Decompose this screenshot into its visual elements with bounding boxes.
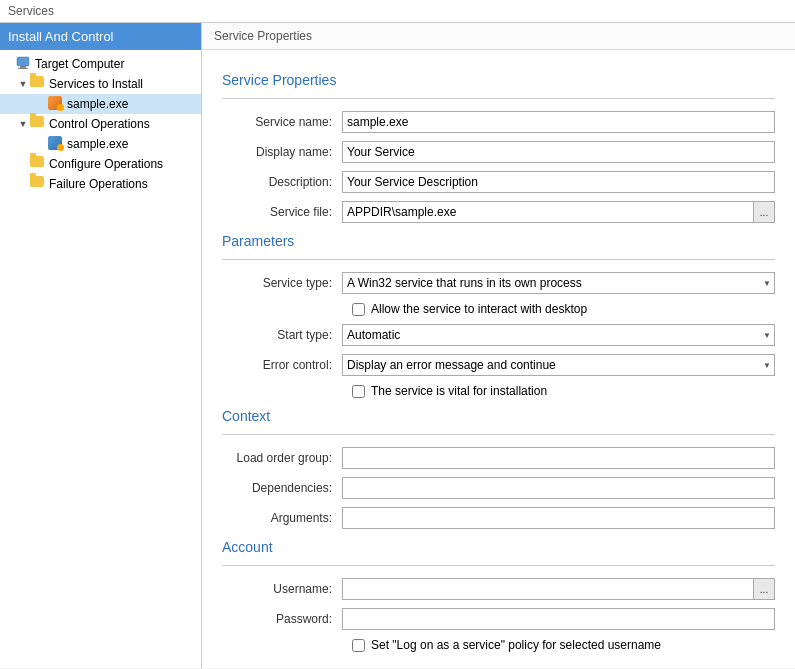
- interact-checkbox-label: Allow the service to interact with deskt…: [371, 302, 587, 316]
- title-bar: Services: [0, 0, 795, 23]
- chevron-expanded-icon: ▼: [18, 79, 28, 89]
- chevron-expanded-icon-2: ▼: [18, 119, 28, 129]
- username-label: Username:: [222, 582, 342, 596]
- sidebar-label-sample-exe-1: sample.exe: [67, 97, 128, 111]
- sidebar-item-services-to-install[interactable]: ▼ Services to Install: [0, 74, 201, 94]
- description-label: Description:: [222, 175, 342, 189]
- arguments-row: Arguments:: [222, 507, 775, 529]
- arguments-input[interactable]: [342, 507, 775, 529]
- spacer-icon-3: [18, 159, 28, 169]
- service-properties-title: Service Properties: [222, 72, 775, 88]
- account-title: Account: [222, 539, 775, 555]
- password-label: Password:: [222, 612, 342, 626]
- service-file-input[interactable]: [342, 201, 753, 223]
- sidebar-label-control-operations: Control Operations: [49, 117, 150, 131]
- folder-configure-icon: [30, 156, 46, 172]
- sidebar-item-failure-operations[interactable]: Failure Operations: [0, 174, 201, 194]
- context-title: Context: [222, 408, 775, 424]
- username-input[interactable]: [342, 578, 753, 600]
- load-order-group-input[interactable]: [342, 447, 775, 469]
- service-file-browse-button[interactable]: ...: [753, 201, 775, 223]
- computer-icon: [16, 56, 32, 72]
- error-control-row: Error control: Display an error message …: [222, 354, 775, 376]
- sidebar-item-configure-operations[interactable]: Configure Operations: [0, 154, 201, 174]
- interact-checkbox[interactable]: [352, 303, 365, 316]
- left-panel-header: Install And Control: [0, 23, 201, 50]
- logon-checkbox-label: Set "Log on as a service" policy for sel…: [371, 638, 661, 652]
- divider-4: [222, 565, 775, 566]
- folder-failure-icon: [30, 176, 46, 192]
- parameters-title: Parameters: [222, 233, 775, 249]
- vital-checkbox[interactable]: [352, 385, 365, 398]
- sidebar-item-sample-exe-2[interactable]: sample.exe: [0, 134, 201, 154]
- error-control-select-wrapper: Display an error message and continue ▼: [342, 354, 775, 376]
- interact-checkbox-row: Allow the service to interact with deskt…: [222, 302, 775, 316]
- sidebar-item-target-computer[interactable]: Target Computer: [0, 54, 201, 74]
- sidebar-label-failure-operations: Failure Operations: [49, 177, 148, 191]
- username-browse-button[interactable]: ...: [753, 578, 775, 600]
- svg-rect-1: [20, 66, 26, 68]
- username-row: Username: ...: [222, 578, 775, 600]
- sidebar-label-services-to-install: Services to Install: [49, 77, 143, 91]
- vital-checkbox-label: The service is vital for installation: [371, 384, 547, 398]
- description-row: Description:: [222, 171, 775, 193]
- service-type-select-wrapper: A Win32 service that runs in its own pro…: [342, 272, 775, 294]
- arguments-label: Arguments:: [222, 511, 342, 525]
- error-control-select[interactable]: Display an error message and continue: [342, 354, 775, 376]
- divider-2: [222, 259, 775, 260]
- spacer-icon-2: [36, 139, 46, 149]
- service-type-label: Service type:: [222, 276, 342, 290]
- folder-services-icon: [30, 76, 46, 92]
- exe-icon-1: [48, 96, 64, 112]
- context-section: Context Load order group: Dependencies: …: [222, 408, 775, 529]
- display-name-input[interactable]: [342, 141, 775, 163]
- sidebar-label-configure-operations: Configure Operations: [49, 157, 163, 171]
- load-order-group-label: Load order group:: [222, 451, 342, 465]
- start-type-row: Start type: Automatic ▼: [222, 324, 775, 346]
- password-input[interactable]: [342, 608, 775, 630]
- service-name-input[interactable]: [342, 111, 775, 133]
- password-row: Password:: [222, 608, 775, 630]
- service-file-label: Service file:: [222, 205, 342, 219]
- description-input[interactable]: [342, 171, 775, 193]
- service-properties-section: Service Properties Service name: Display…: [222, 72, 775, 223]
- right-panel-header: Service Properties: [202, 23, 795, 50]
- service-name-label: Service name:: [222, 115, 342, 129]
- dependencies-row: Dependencies:: [222, 477, 775, 499]
- right-panel: Service Properties Service Properties Se…: [202, 23, 795, 668]
- service-type-row: Service type: A Win32 service that runs …: [222, 272, 775, 294]
- folder-control-icon: [30, 116, 46, 132]
- main-container: Install And Control Target Computer ▼: [0, 23, 795, 668]
- sidebar-item-control-operations[interactable]: ▼ Control Operations: [0, 114, 201, 134]
- username-input-group: ...: [342, 578, 775, 600]
- sidebar-label-sample-exe-2: sample.exe: [67, 137, 128, 151]
- window-title: Services: [8, 4, 54, 18]
- load-order-group-row: Load order group:: [222, 447, 775, 469]
- display-name-label: Display name:: [222, 145, 342, 159]
- spacer-icon: [36, 99, 46, 109]
- start-type-select-wrapper: Automatic ▼: [342, 324, 775, 346]
- logon-checkbox[interactable]: [352, 639, 365, 652]
- exe-icon-2: [48, 136, 64, 152]
- dependencies-input[interactable]: [342, 477, 775, 499]
- parameters-section: Parameters Service type: A Win32 service…: [222, 233, 775, 398]
- logon-checkbox-row: Set "Log on as a service" policy for sel…: [222, 638, 775, 652]
- chevron-icon: [4, 59, 14, 69]
- start-type-select[interactable]: Automatic: [342, 324, 775, 346]
- divider-3: [222, 434, 775, 435]
- start-type-label: Start type:: [222, 328, 342, 342]
- tree-container: Target Computer ▼ Services to Install sa…: [0, 50, 201, 668]
- svg-rect-2: [18, 68, 28, 69]
- service-file-row: Service file: ...: [222, 201, 775, 223]
- service-type-select[interactable]: A Win32 service that runs in its own pro…: [342, 272, 775, 294]
- service-file-input-group: ...: [342, 201, 775, 223]
- sidebar-label-target-computer: Target Computer: [35, 57, 124, 71]
- divider-1: [222, 98, 775, 99]
- left-panel: Install And Control Target Computer ▼: [0, 23, 202, 668]
- spacer-icon-4: [18, 179, 28, 189]
- account-section: Account Username: ... Password: Set "Log…: [222, 539, 775, 652]
- error-control-label: Error control:: [222, 358, 342, 372]
- right-panel-content: Service Properties Service name: Display…: [202, 50, 795, 668]
- display-name-row: Display name:: [222, 141, 775, 163]
- sidebar-item-sample-exe-1[interactable]: sample.exe: [0, 94, 201, 114]
